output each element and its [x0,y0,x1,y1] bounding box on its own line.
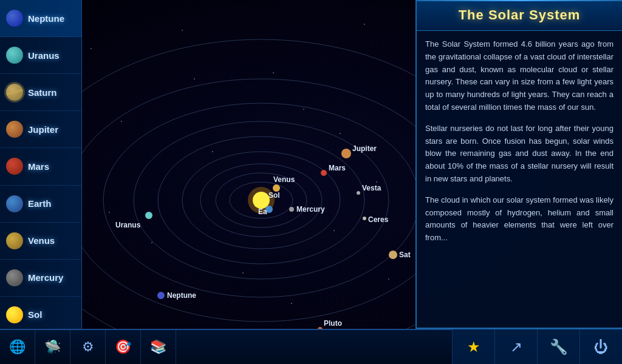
info-panel-title: The Solar System [426,7,612,23]
sidebar: Neptune Uranus Saturn Jupiter Mars Earth… [0,0,82,334]
mars-body[interactable] [321,170,327,176]
sidebar-item-venus[interactable]: Venus [0,223,81,260]
planet-icon-jupiter [6,121,23,138]
earth-label: Ea [258,207,267,216]
sidebar-item-mercury[interactable]: Mercury [0,260,81,297]
saturn-label: Sat [399,251,411,259]
toolbar-right-btn-share[interactable]: ↗ [494,329,537,364]
toolbar-right-btn-tools[interactable]: 🔧 [537,329,579,364]
planet-label-saturn: Saturn [28,87,57,98]
planet-label-jupiter: Jupiter [28,124,58,135]
planet-icon-saturn [6,84,23,101]
planet-label-neptune: Neptune [28,13,64,24]
planet-label-uranus: Uranus [28,50,60,61]
info-panel: The Solar System The Solar System formed… [415,0,622,329]
planet-label-mercury: Mercury [28,272,63,283]
sidebar-item-neptune[interactable]: Neptune [0,0,81,37]
planet-icon-mercury [6,269,23,286]
planet-icon-mars [6,158,23,175]
info-paragraph-0: The Solar System formed 4.6 billion year… [425,38,613,114]
uranus-label: Uranus [115,221,141,229]
info-paragraph-2: The cloud in which our solar system form… [425,194,613,244]
vesta-label: Vesta [362,184,381,192]
sidebar-item-mars[interactable]: Mars [0,148,81,185]
toolbar-btn-layers[interactable]: 📚 [141,329,176,364]
toolbar-btn-speedometer[interactable]: 🎯 [106,329,141,364]
solar-system-view[interactable]: SolMercuryVenusEaMarsVestaCeresJupiterSa… [82,0,415,329]
mercury-label: Mercury [296,205,325,214]
vesta-body[interactable] [357,191,360,195]
toolbar-btn-satellite[interactable]: 🛸 [35,329,70,364]
planet-label-venus: Venus [28,235,55,246]
info-paragraph-1: Stellar nurseries do not last for long a… [425,123,613,186]
toolbar-btn-globe[interactable]: 🌐 [0,329,35,364]
venus-label: Venus [273,175,295,184]
ceres-label: Ceres [368,215,389,224]
info-panel-content[interactable]: The Solar System formed 4.6 billion year… [417,31,622,322]
neptune-label: Neptune [167,291,196,300]
mars-label: Mars [329,164,346,172]
neptune-body[interactable] [157,292,165,299]
planet-icon-neptune [6,10,23,27]
planet-label-earth: Earth [28,198,51,209]
planet-icon-venus [6,232,23,249]
mercury-body[interactable] [289,207,294,212]
toolbar-right-group: ★↗🔧⏻ [452,329,622,364]
planet-icon-uranus [6,47,23,64]
sidebar-item-earth[interactable]: Earth [0,186,81,223]
pluto-label: Pluto [324,319,342,328]
sol-label: Sol [268,191,280,200]
toolbar-btn-settings-gear[interactable]: ⚙ [70,329,106,364]
sidebar-item-jupiter[interactable]: Jupiter [0,111,81,148]
ceres-body[interactable] [363,217,366,220]
planet-icon-earth [6,195,23,212]
info-panel-header: The Solar System [417,0,622,31]
sol-body[interactable] [253,192,270,209]
saturn-body[interactable] [389,251,397,259]
planet-label-sol: Sol [28,309,42,320]
toolbar-right-btn-power[interactable]: ⏻ [579,329,622,364]
venus-body[interactable] [273,184,280,192]
sidebar-item-sol[interactable]: Sol [0,297,81,334]
planet-label-mars: Mars [28,161,49,172]
jupiter-body[interactable] [341,149,351,158]
uranus-body[interactable] [145,212,152,219]
toolbar: 🌐🛸⚙🎯📚★↗🔧⏻ [0,329,622,364]
toolbar-right-btn-star[interactable]: ★ [452,329,494,364]
sidebar-item-uranus[interactable]: Uranus [0,37,81,74]
sidebar-item-saturn[interactable]: Saturn [0,74,81,111]
planet-icon-sol [6,306,23,323]
jupiter-label: Jupiter [352,144,377,153]
solar-svg: SolMercuryVenusEaMarsVestaCeresJupiterSa… [82,0,415,329]
